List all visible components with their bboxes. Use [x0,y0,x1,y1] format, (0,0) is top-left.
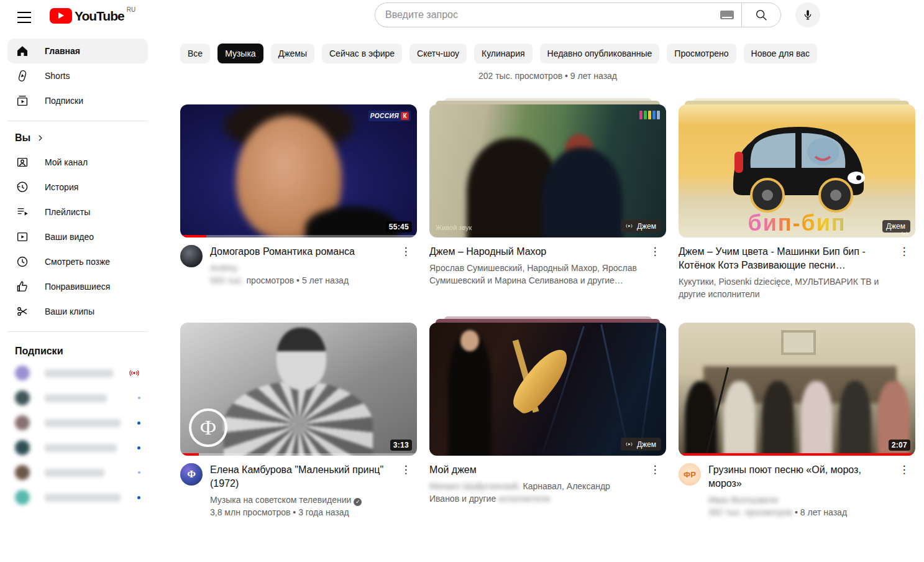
sidebar-label: Главная [45,46,80,56]
you-label: Вы [15,132,30,144]
video-thumbnail[interactable]: бип-бип Джем [679,104,915,237]
keyboard-icon[interactable] [720,11,734,19]
top-bar: YouTube RU [0,0,924,35]
new-content-dot [137,422,140,425]
live-icon [128,367,140,379]
chip-cooking[interactable]: Кулинария [474,44,533,63]
more-options-button[interactable]: ⋮ [398,245,413,287]
new-content-dot [138,397,140,399]
region-label: RU [127,6,135,13]
more-options-button[interactable]: ⋮ [647,463,662,505]
sidebar-item-history[interactable]: История [7,175,148,200]
spacer [180,316,417,323]
youtube-play-icon [50,8,72,24]
video-thumbnail[interactable]: 2:07 [679,323,915,456]
cartoon-car [696,113,901,219]
channel-avatar[interactable] [180,245,203,267]
watch-progress-bar [180,235,206,237]
subscription-channel[interactable] [7,410,148,435]
video-meta: 392 тыс. просмотров • 8 лет назад [708,506,889,518]
playlist-stack-edge [429,98,666,104]
sidebar-item-your-clips[interactable]: Ваши клипы [7,299,148,324]
spacer [180,98,417,104]
sidebar-item-my-channel[interactable]: Мой канал [7,150,148,175]
new-content-dot [137,496,140,499]
youtube-logo[interactable]: YouTube RU [50,8,135,24]
voice-search-button[interactable] [795,2,820,27]
divider [7,331,148,332]
channel-name[interactable]: Музыка на советском телевидении✓ [210,494,391,506]
sidebar-item-subscriptions[interactable]: Подписки [7,88,148,113]
subscription-channel[interactable] [7,385,148,410]
video-title[interactable]: Джем – Народный Махор [429,245,640,259]
chip-watched[interactable]: Просмотрено [667,44,736,63]
chip-new-to-you[interactable]: Новое для вас [744,44,818,63]
sidebar-item-home[interactable]: Главная [7,39,148,63]
search-button[interactable] [741,2,781,27]
mix-icon [624,221,634,231]
video-card[interactable]: Ф 3:13 Ф Елена Камбурова "Маленький прин… [180,316,417,518]
video-thumbnail[interactable]: РОССИЯК 55:45 [180,104,417,237]
channel-name-blurred [45,494,121,502]
channel-avatar-blurred [15,366,30,380]
video-title[interactable]: Елена Камбурова "Маленький принц" (1972) [210,463,391,491]
mix-icon [900,229,909,237]
video-meta: 3,8 млн просмотров • 3 года назад [210,506,391,518]
subscription-channel[interactable] [7,460,148,485]
sidebar-item-liked-videos[interactable]: Понравившиеся [7,274,148,299]
history-icon [15,180,30,195]
watch-progress-bar [180,453,199,456]
video-card[interactable]: бип-бип Джем Джем – Учим цвета - Машинки… [679,98,915,300]
tv-channel-watermark: РОССИЯК [368,111,411,121]
search-input[interactable] [385,9,715,21]
channel-name-blurred[interactable]: Иван Волошвили [708,495,778,505]
sidebar-label: Ваши клипы [45,306,94,316]
video-title[interactable]: Грузины поют песню «Ой, мороз, мороз» [708,463,889,491]
video-thumbnail[interactable]: Живой звук Джем [429,104,666,237]
channel-name-blurred[interactable]: Andrey [210,263,237,273]
more-options-button[interactable]: ⋮ [647,245,662,287]
channel-avatar[interactable]: Ф [180,463,203,486]
duration-badge: 55:45 [386,221,412,233]
sidebar: Главная Shorts Подписки Вы Мой канал Ист… [0,35,155,510]
mix-badge: Джем [621,219,661,233]
more-options-button[interactable]: ⋮ [398,463,413,518]
your-videos-icon [15,229,30,244]
subscription-channel[interactable] [7,435,148,460]
subscription-channel[interactable] [7,361,148,385]
verified-badge-icon: ✓ [354,498,362,506]
chip-live[interactable]: Сейчас в эфире [322,44,402,63]
more-options-button[interactable]: ⋮ [897,463,912,518]
search-box[interactable] [375,2,741,27]
spacer [679,316,915,323]
video-thumbnail[interactable]: Ф 3:13 [180,323,417,456]
video-card[interactable]: 2:07 ФР Грузины поют песню «Ой, мороз, м… [679,316,915,518]
search-area [375,2,781,27]
chip-all[interactable]: Все [180,44,210,63]
video-title[interactable]: Мой джем [429,463,640,477]
video-title[interactable]: Джем – Учим цвета - Машинки Бип бип - Ко… [679,245,889,272]
sidebar-you-section[interactable]: Вы [7,129,148,150]
channel-name-blurred [45,419,121,427]
hamburger-menu-button[interactable] [15,10,34,25]
more-options-button[interactable]: ⋮ [897,245,912,300]
channel-name-blurred [45,369,113,377]
sidebar-item-playlists[interactable]: Плейлисты [7,200,148,224]
subscription-channel[interactable] [7,485,148,510]
video-card[interactable]: РОССИЯК 55:45 Домогаров Романтика романс… [180,98,417,300]
video-title[interactable]: Домогаров Романтика романса [210,245,391,259]
sidebar-item-shorts[interactable]: Shorts [7,63,148,88]
chip-music[interactable]: Музыка [217,44,263,63]
channel-avatar[interactable]: ФР [679,463,701,486]
channel-avatar-blurred [15,465,30,480]
chip-jams[interactable]: Джемы [271,44,314,63]
sidebar-item-your-videos[interactable]: Ваши видео [7,224,148,249]
sidebar-item-watch-later[interactable]: Смотреть позже [7,249,148,274]
chip-recently-uploaded[interactable]: Недавно опубликованные [540,44,660,63]
chip-sketch-shows[interactable]: Скетч-шоу [409,44,467,63]
sidebar-label: Shorts [45,71,70,81]
video-thumbnail[interactable]: Джем [429,323,666,456]
sidebar-label: Понравившиеся [45,282,110,292]
video-card[interactable]: Джем Мой джем Михаил Шуфутинский, Карнав… [429,316,666,518]
video-card[interactable]: Живой звук Джем Джем – Народный Махор Яр… [429,98,666,300]
